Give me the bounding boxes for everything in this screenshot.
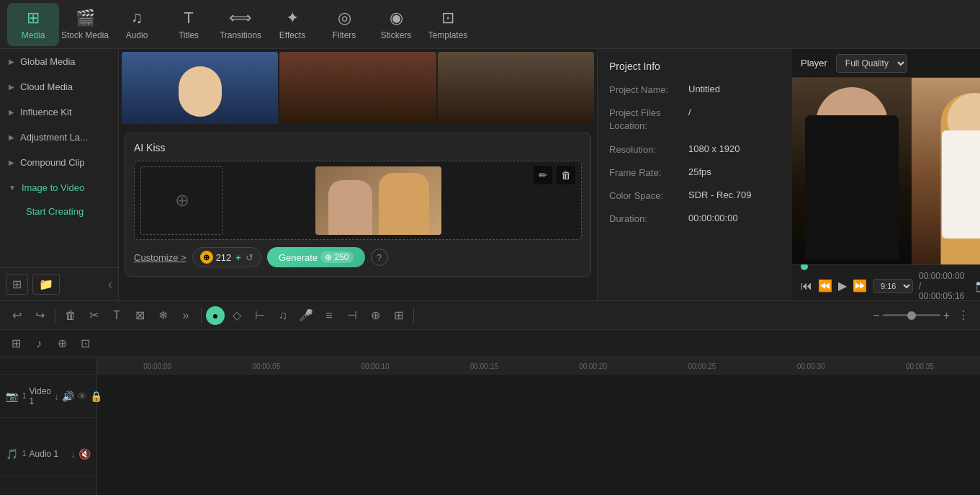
toolbar-effects-label: Effects (279, 30, 305, 40)
ruler-marks: 00:00:00 00:00:05 00:00:10 00:00:15 00:0… (103, 362, 974, 370)
toolbar-effects[interactable]: ✦ Effects (266, 3, 318, 46)
keyframe-button[interactable]: ◇ (226, 305, 248, 326)
generate-button[interactable]: Generate ⊕ 250 (267, 247, 365, 267)
paste-button[interactable]: ⊞ (387, 305, 409, 326)
resolution-value: 1080 x 1920 (688, 143, 740, 156)
sidebar-item-image-to-video[interactable]: ▼ Image to Video (0, 175, 118, 200)
track-eye-icon[interactable]: 👁 (77, 391, 87, 402)
zoom-more-button[interactable]: ⋮ (953, 305, 974, 326)
video-display (792, 78, 980, 264)
add-video-track-button[interactable]: ⊞ (6, 334, 26, 354)
sidebar-item-global-media[interactable]: ▶ Global Media (0, 49, 118, 74)
toolbar-separator-2 (201, 308, 202, 323)
media-thumb-1[interactable] (122, 52, 278, 124)
cut-button[interactable]: ✂ (83, 305, 104, 326)
help-button[interactable]: ? (371, 249, 388, 266)
caption-button[interactable]: ≡ (318, 305, 340, 326)
add-mixed-track-button[interactable]: ⊕ (52, 334, 72, 354)
toolbar-audio[interactable]: ♫ Audio (111, 3, 163, 46)
toolbar-templates[interactable]: ⊡ Templates (422, 3, 474, 46)
redo-button[interactable]: ↪ (29, 305, 50, 326)
zoom-in-button[interactable]: + (943, 309, 950, 322)
video-left-panel (792, 78, 912, 264)
edit-button[interactable]: ✏ (534, 166, 552, 184)
toolbar-titles[interactable]: T Titles (163, 3, 215, 46)
time-separator: / (919, 281, 921, 291)
timeline-toolbar: ↩ ↪ 🗑 ✂ T ⊠ ❄ » ● ◇ ⊢ ♫ 🎤 ≡ ⊣ ⊕ ⊞ − + ⋮ (0, 301, 980, 330)
stock-media-icon: 🎬 (76, 9, 95, 27)
screenshot-icon[interactable]: 📷 (976, 279, 980, 293)
freeze-button[interactable]: ❄ (152, 305, 174, 326)
ruler-mark-5: 00:00:25 (647, 362, 756, 370)
snap-button[interactable]: ● (206, 306, 225, 325)
toolbar-stickers[interactable]: ◉ Stickers (370, 3, 422, 46)
toolbar-titles-label: Titles (179, 30, 199, 40)
import-file-button[interactable]: ⊞ (6, 274, 28, 295)
delete-button[interactable]: 🗑 (60, 305, 81, 326)
split-audio-button[interactable]: ⊣ (341, 305, 363, 326)
track-mute-icon[interactable]: 🔊 (62, 391, 74, 402)
video-track-icons: ↓ 🔊 👁 🔒 (54, 391, 102, 402)
sidebar-item-compound-clip[interactable]: ▶ Compound Clip (0, 150, 118, 175)
video-track-label: 📷 1 Video 1 ↓ 🔊 👁 🔒 (0, 375, 96, 418)
import-folder-button[interactable]: 📁 (32, 274, 60, 295)
credit-plus-icon[interactable]: + (235, 252, 241, 263)
sidebar-compound-label: Compound Clip (20, 157, 85, 168)
sidebar-item-adjustment[interactable]: ▶ Adjustment La... (0, 125, 118, 150)
toolbar-filters-label: Filters (333, 30, 356, 40)
duration-label: Duration: (609, 213, 688, 226)
trim-button[interactable]: ⊢ (249, 305, 271, 326)
refresh-icon[interactable]: ↺ (246, 252, 253, 263)
frame-back-button[interactable]: ⏪ (818, 279, 832, 293)
color-space-value: SDR - Rec.709 (688, 189, 751, 202)
aspect-ratio-select[interactable]: 9:16 (873, 279, 913, 293)
quality-select[interactable]: Full Quality (836, 54, 907, 73)
more-button[interactable]: » (175, 305, 197, 326)
ai-source-slot-1[interactable]: ⊕ (140, 166, 223, 235)
copy-button[interactable]: ⊕ (364, 305, 386, 326)
ruler-mark-1: 00:00:05 (212, 362, 320, 370)
track-import-icon[interactable]: ↓ (54, 391, 59, 402)
sidebar-item-cloud-media[interactable]: ▶ Cloud Media (0, 74, 118, 99)
effects-icon: ✦ (286, 9, 299, 27)
customize-button[interactable]: Customize > (134, 252, 186, 263)
project-info-panel: Project Info Project Name: Untitled Proj… (598, 49, 792, 300)
toolbar-media[interactable]: ⊞ Media (7, 3, 59, 46)
ruler-mark-4: 00:00:20 (539, 362, 647, 370)
ruler-spacer (0, 357, 96, 375)
toolbar-audio-label: Audio (126, 30, 148, 40)
ai-kiss-section: AI Kiss ⊕ ✏ 🗑 Customize > ⊕ (125, 133, 591, 277)
add-compound-button[interactable]: ⊡ (75, 334, 95, 354)
toolbar-filters[interactable]: ◎ Filters (318, 3, 370, 46)
zoom-out-button[interactable]: − (873, 309, 879, 322)
project-name-value: Untitled (688, 84, 720, 97)
player-extra-controls: 📷 🔊 ⤢ (976, 279, 980, 293)
audio-sync-button[interactable]: ♫ (272, 305, 294, 326)
frame-forward-button[interactable]: ⏩ (853, 279, 867, 293)
audio-mute-icon[interactable]: 🔇 (78, 448, 91, 460)
media-thumb-3[interactable] (438, 52, 594, 124)
media-grid (119, 49, 597, 127)
add-audio-track-button[interactable]: ♪ (29, 334, 49, 354)
mic-button[interactable]: 🎤 (295, 305, 317, 326)
play-button[interactable]: ▶ (838, 279, 847, 293)
time-display: 00:00:00:00 / 00:00:05:16 (919, 271, 964, 301)
media-content: AI Kiss ⊕ ✏ 🗑 Customize > ⊕ (119, 49, 598, 300)
sidebar-start-creating[interactable]: Start Creating (0, 200, 118, 223)
zoom-slider[interactable] (883, 314, 940, 316)
undo-button[interactable]: ↩ (6, 305, 27, 326)
video-track-name: Video 1 (30, 386, 51, 406)
audio-import-icon[interactable]: ↓ (71, 448, 76, 460)
text-button[interactable]: T (106, 305, 127, 326)
media-thumb-2[interactable] (279, 52, 436, 124)
crop-button[interactable]: ⊠ (129, 305, 150, 326)
start-creating-label: Start Creating (26, 206, 84, 217)
toolbar-transitions[interactable]: ⟺ Transitions (215, 3, 266, 46)
timeline-track-labels: 📷 1 Video 1 ↓ 🔊 👁 🔒 🎵 1 Audio 1 ↓ 🔇 (0, 357, 97, 495)
sidebar-item-influence-kit[interactable]: ▶ Influence Kit (0, 99, 118, 125)
delete-button[interactable]: 🗑 (557, 166, 575, 184)
skip-back-button[interactable]: ⏮ (801, 280, 812, 293)
toolbar-stock-media[interactable]: 🎬 Stock Media (59, 3, 111, 46)
collapse-sidebar-button[interactable]: ‹ (108, 274, 112, 295)
titles-icon: T (184, 9, 193, 27)
